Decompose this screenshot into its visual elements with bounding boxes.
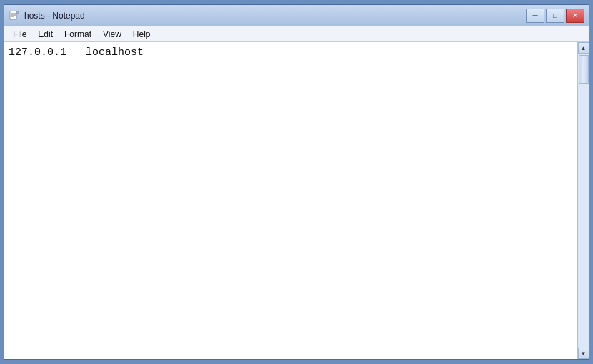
- scroll-down-arrow[interactable]: ▼: [578, 348, 589, 359]
- menu-item-help[interactable]: Help: [127, 27, 156, 41]
- menu-item-edit[interactable]: Edit: [32, 27, 59, 41]
- notepad-window: hosts - Notepad ─ □ ✕ File Edit Format V…: [4, 4, 589, 360]
- vertical-scrollbar[interactable]: ▲ ▼: [577, 42, 589, 359]
- menu-item-format[interactable]: Format: [59, 27, 97, 41]
- menu-item-file[interactable]: File: [7, 27, 32, 41]
- window-controls: ─ □ ✕: [526, 9, 584, 23]
- menu-bar: File Edit Format View Help: [4, 26, 589, 42]
- menu-item-view[interactable]: View: [97, 27, 127, 41]
- app-icon: [9, 10, 20, 21]
- scroll-thumb[interactable]: [579, 55, 589, 84]
- scroll-up-arrow[interactable]: ▲: [578, 42, 589, 54]
- title-bar: hosts - Notepad ─ □ ✕: [4, 5, 589, 26]
- restore-button[interactable]: □: [546, 9, 564, 23]
- content-area: ▲ ▼: [4, 42, 589, 359]
- minimize-button[interactable]: ─: [526, 9, 544, 23]
- title-bar-left: hosts - Notepad: [9, 10, 85, 21]
- scroll-track[interactable]: [578, 54, 589, 348]
- editor-textarea[interactable]: [4, 42, 577, 359]
- window-title: hosts - Notepad: [24, 11, 85, 21]
- svg-rect-1: [16, 11, 19, 14]
- close-button[interactable]: ✕: [566, 9, 584, 23]
